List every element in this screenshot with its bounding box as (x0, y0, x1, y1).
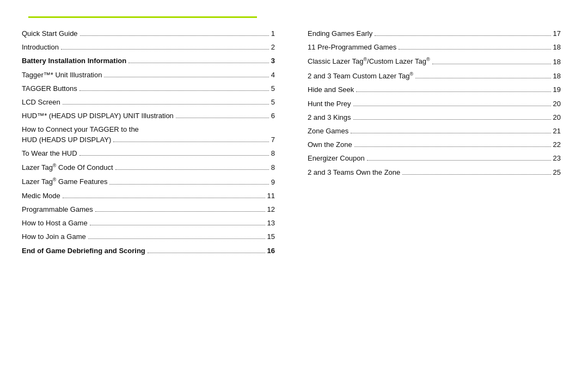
entry-dots (79, 90, 269, 91)
entry-page: 17 (553, 29, 561, 39)
entry-dots (176, 118, 269, 118)
entry-label: Tagger™* Unit Illustration (22, 70, 102, 80)
entry-page: 6 (271, 111, 275, 121)
toc-entry: LCD Screen5 (22, 97, 275, 107)
toc-entry: How to Host a Game13 (22, 218, 275, 228)
toc-entry: 2 and 3 Teams Own the Zone25 (308, 168, 561, 177)
entry-dots (63, 104, 269, 105)
entry-page: 12 (267, 205, 275, 214)
entry-label: Hide and Seek (308, 85, 354, 95)
entry-dots (354, 146, 551, 147)
entry-dots (104, 77, 268, 77)
entry-label: Own the Zone (308, 140, 352, 150)
entry-label: Programmable Games (22, 205, 93, 214)
entry-label: LCD Screen (22, 97, 60, 107)
entry-dots (353, 119, 551, 120)
entry-page: 8 (271, 163, 275, 173)
page: Quick Start Guide1Introduction2Battery I… (0, 0, 588, 380)
entry-dots (80, 35, 269, 36)
entry-dots (415, 78, 550, 78)
toc-entry: Medic Mode11 (22, 191, 275, 201)
toc-entry: Classic Lazer Tag®/Custom Lazer Tag®18 (308, 56, 561, 67)
entry-page: 20 (553, 113, 561, 122)
toc-entry: Programmable Games12 (22, 205, 275, 214)
right-column: Ending Games Early1711 Pre-Programmed Ga… (308, 29, 561, 260)
entry-page: 23 (553, 154, 561, 163)
entry-dots (61, 49, 269, 50)
entry-dots (63, 198, 265, 198)
entry-dots (432, 64, 551, 64)
toc-entry: TAGGER Buttons5 (22, 84, 275, 94)
entry-label: 2 and 3 Team Custom Lazer Tag® (308, 71, 413, 82)
toc-entry: 2 and 3 Team Custom Lazer Tag®18 (308, 71, 561, 82)
entry-page: 18 (553, 57, 561, 67)
entry-dots (115, 169, 269, 170)
toc-entry: How to Connect your TAGGER to theHUD (HE… (22, 125, 275, 144)
entry-page: 20 (553, 99, 561, 109)
entry-page: 2 (271, 42, 275, 52)
entry-label: How to Host a Game (22, 218, 88, 228)
entry-page: 1 (271, 29, 275, 39)
entry-dots (399, 49, 550, 50)
entry-dots (95, 211, 265, 212)
toc-entry: Introduction2 (22, 42, 275, 52)
entry-page: 4 (271, 70, 275, 80)
entry-label: Introduction (22, 42, 59, 52)
entry-dots (113, 142, 269, 142)
toc-entry: Tagger™* Unit Illustration4 (22, 70, 275, 80)
entry-label: Classic Lazer Tag®/Custom Lazer Tag® (308, 56, 430, 67)
entry-dots (79, 155, 269, 156)
entry-label: How to Join a Game (22, 232, 86, 242)
entry-label: 11 Pre-Programmed Games (308, 42, 396, 52)
contents-grid: Quick Start Guide1Introduction2Battery I… (22, 29, 561, 260)
entry-label: 2 and 3 Teams Own the Zone (308, 168, 400, 177)
toc-entry: Own the Zone22 (308, 140, 561, 150)
entry-dots (375, 35, 550, 36)
header-section (22, 16, 561, 18)
left-column: Quick Start Guide1Introduction2Battery I… (22, 29, 275, 260)
entry-page: 19 (553, 85, 561, 95)
toc-entry: Hide and Seek19 (308, 85, 561, 95)
toc-entry: To Wear the HUD8 (22, 149, 275, 158)
toc-entry: Battery Installation Information3 (22, 56, 275, 66)
title-underline (28, 16, 257, 18)
entry-label: TAGGER Buttons (22, 84, 77, 94)
entry-dots (356, 91, 550, 92)
toc-entry: Lazer Tag® Code Of Conduct8 (22, 162, 275, 173)
entry-dots (353, 106, 551, 106)
entry-label: Hunt the Prey (308, 99, 351, 109)
entry-dots (128, 63, 269, 63)
entry-page: 15 (267, 232, 275, 242)
toc-entry: Energizer Coupon23 (308, 154, 561, 163)
entry-page: 5 (271, 97, 275, 107)
entry-label: Medic Mode (22, 191, 60, 201)
entry-label: End of Game Debriefing and Scoring (22, 246, 145, 256)
entry-label: Zone Games (308, 126, 348, 136)
entry-label: Ending Games Early (308, 29, 372, 39)
title-row (22, 16, 561, 18)
toc-entry: Zone Games21 (308, 126, 561, 136)
entry-page: 16 (267, 246, 275, 256)
entry-page: 18 (553, 71, 561, 81)
entry-dots (351, 133, 550, 133)
entry-page: 22 (553, 140, 561, 150)
entry-page: 11 (267, 191, 275, 201)
entry-dots (90, 225, 265, 225)
entry-label: How to Connect your TAGGER to the (22, 125, 139, 134)
toc-entry: End of Game Debriefing and Scoring16 (22, 246, 275, 256)
toc-entry: Hunt the Prey20 (308, 99, 561, 109)
entry-page: 18 (553, 42, 561, 52)
entry-label: Battery Installation Information (22, 56, 126, 66)
entry-page: 13 (267, 218, 275, 228)
toc-entry: How to Join a Game15 (22, 232, 275, 242)
entry-page: 5 (271, 84, 275, 94)
toc-entry: Lazer Tag® Game Features9 (22, 176, 275, 187)
entry-page: 8 (271, 149, 275, 158)
toc-entry: HUD™* (HEADS UP DISPLAY) UNIT Illustrati… (22, 111, 275, 121)
entry-page: 25 (553, 168, 561, 177)
entry-label-2: HUD (HEADS UP DISPLAY) (22, 135, 111, 145)
entry-dots (88, 238, 265, 239)
entry-dots (109, 184, 268, 185)
entry-label: To Wear the HUD (22, 149, 77, 158)
entry-label: HUD™* (HEADS UP DISPLAY) UNIT Illustrati… (22, 111, 174, 121)
